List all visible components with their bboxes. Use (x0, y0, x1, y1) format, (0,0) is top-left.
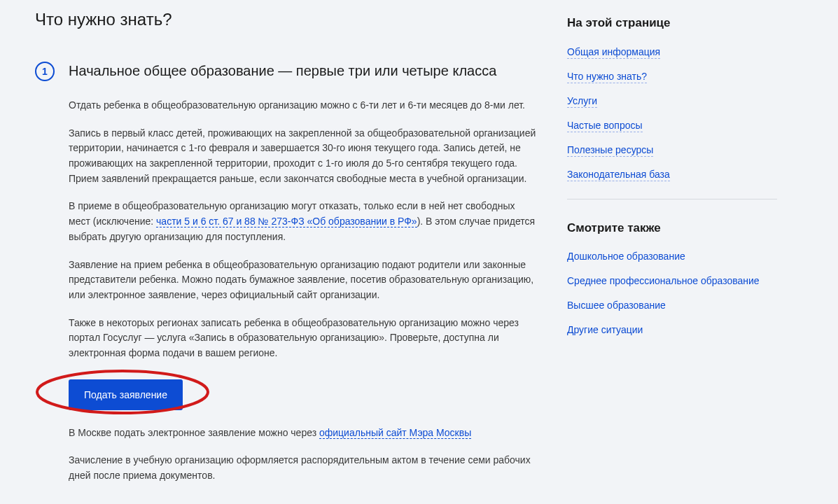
toc-item: Услуги (567, 94, 777, 108)
paragraph-2: Запись в первый класс детей, проживающих… (69, 126, 539, 187)
toc-link-resources[interactable]: Полезные ресурсы (567, 144, 653, 157)
law-link[interactable]: части 5 и 6 ст. 67 и 88 № 273-ФЗ «Об обр… (156, 216, 417, 227)
section-heading: Начальное общее образование — первые три… (69, 60, 539, 81)
related-list: Дошкольное образование Среднее профессио… (567, 249, 777, 337)
paragraph-6: В Москве подать электронное заявление мо… (69, 426, 539, 441)
section-number-badge: 1 (35, 62, 55, 81)
paragraph-7: Зачисление в учебную организацию оформля… (69, 453, 539, 483)
toc-item: Частые вопросы (567, 118, 777, 133)
related-link-secondary-prof[interactable]: Среднее профессиональное образование (567, 275, 760, 287)
toc-list: Общая информация Что нужно знать? Услуги… (567, 45, 777, 182)
toc-item: Законодательная база (567, 167, 777, 182)
related-item: Дошкольное образование (567, 249, 777, 264)
toc-link-legislation[interactable]: Законодательная база (567, 169, 670, 181)
page-title: Что нужно знать? (35, 7, 539, 32)
sidebar-divider (567, 199, 777, 200)
paragraph-4: Заявление на прием ребенка в общеобразов… (69, 258, 539, 303)
submit-application-button[interactable]: Подать заявление (69, 379, 183, 410)
related-link-other[interactable]: Другие ситуации (567, 324, 643, 336)
related-item: Среднее профессиональное образование (567, 274, 777, 288)
toc-link-general-info[interactable]: Общая информация (567, 46, 660, 59)
related-item: Другие ситуации (567, 323, 777, 337)
related-link-higher-ed[interactable]: Высшее образование (567, 300, 666, 312)
related-heading: Смотрите также (567, 219, 777, 237)
toc-item: Полезные ресурсы (567, 143, 777, 158)
related-link-preschool[interactable]: Дошкольное образование (567, 251, 685, 262)
toc-link-services[interactable]: Услуги (567, 95, 597, 108)
paragraph-6-text-a: В Москве подать электронное заявление мо… (69, 427, 319, 438)
paragraph-1: Отдать ребенка в общеобразовательную орг… (69, 98, 539, 113)
toc-link-what-to-know[interactable]: Что нужно знать? (567, 71, 647, 83)
moscow-mayor-link[interactable]: официальный сайт Мэра Москвы (319, 427, 471, 439)
submit-button-wrap: Подать заявление (69, 379, 183, 410)
paragraph-3: В приеме в общеобразовательную организац… (69, 199, 539, 244)
section-1: 1 Начальное общее образование — первые т… (35, 60, 539, 496)
toc-link-faq[interactable]: Частые вопросы (567, 120, 643, 132)
related-item: Высшее образование (567, 298, 777, 313)
toc-item: Общая информация (567, 45, 777, 59)
paragraph-5: Также в некоторых регионах записать ребе… (69, 316, 539, 361)
toc-item: Что нужно знать? (567, 69, 777, 84)
toc-heading: На этой странице (567, 14, 777, 32)
